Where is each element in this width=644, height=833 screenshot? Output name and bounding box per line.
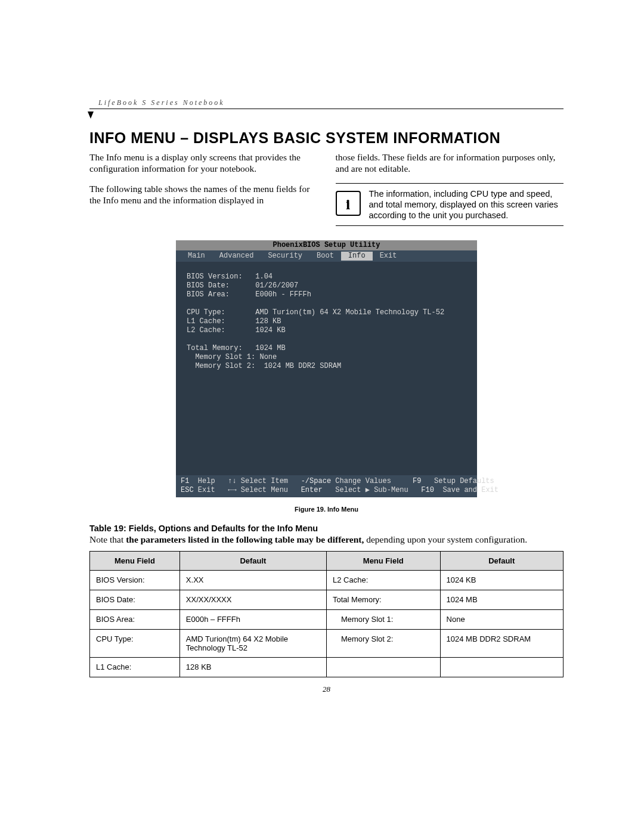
bios-label: BIOS Version: (187, 272, 243, 281)
bios-hint: Select ▶ Sub-Menu (335, 486, 408, 494)
note-text: The information, including CPU type and … (369, 188, 564, 221)
page-number: 28 (89, 685, 564, 694)
bios-key: F10 (421, 486, 434, 494)
th-menu-field-2: Menu Field (326, 552, 440, 571)
figure-caption: Figure 19. Info Menu (89, 506, 564, 513)
bios-key: ↑↓ (228, 477, 236, 485)
bios-tab-security: Security (261, 252, 309, 261)
note-rule-bottom (336, 225, 564, 226)
bios-key: ESC (181, 486, 194, 494)
bios-title: PhoenixBIOS Setup Utility (176, 240, 477, 250)
bios-value: E000h - FFFFh (255, 290, 311, 299)
cell-field: CPU Type: (90, 630, 180, 658)
table-note: Note that the parameters listed in the f… (89, 534, 564, 545)
bios-hint: Help (198, 477, 215, 485)
bios-value: 1024 MB (255, 344, 285, 352)
page-title: INFO MENU – DISPLAYS BASIC SYSTEM INFORM… (89, 129, 564, 147)
cell-default: 128 KB (179, 658, 326, 677)
bios-hint: Setup Defaults (434, 477, 494, 485)
bios-value: 01/26/2007 (255, 281, 298, 290)
bios-key: -/Space (301, 477, 331, 485)
bios-tab-advanced: Advanced (212, 252, 261, 261)
table-row: BIOS Date:XX/XX/XXXXTotal Memory:1024 MB (90, 590, 564, 610)
cell-default: X.XX (179, 571, 326, 590)
cell-field: Memory Slot 1: (326, 610, 440, 630)
cell-field: BIOS Area: (90, 610, 180, 630)
cell-default (440, 658, 563, 677)
cell-field: BIOS Date: (90, 590, 180, 610)
table-row: BIOS Version:X.XXL2 Cache:1024 KB (90, 571, 564, 590)
th-default-1: Default (179, 552, 326, 571)
bios-key: F1 (181, 477, 189, 485)
bios-label: Total Memory: (187, 344, 243, 352)
cell-default: 1024 MB (440, 590, 563, 610)
bios-value: 1.04 (255, 272, 273, 281)
bios-key: F9 (413, 477, 421, 485)
cell-default: 1024 KB (440, 571, 563, 590)
cell-default: AMD Turion(tm) 64 X2 Mobile Technology T… (179, 630, 326, 658)
cell-field (326, 658, 440, 677)
bios-label: Memory Slot 2: (195, 362, 255, 370)
bios-screenshot: PhoenixBIOS Setup Utility Main Advanced … (176, 240, 477, 497)
cell-default: XX/XX/XXXX (179, 590, 326, 610)
cell-field: BIOS Version: (90, 571, 180, 590)
th-default-2: Default (440, 552, 563, 571)
bios-label: Memory Slot 1: (195, 353, 255, 361)
bios-value: 128 KB (255, 317, 281, 326)
intro-para-3: those fields. These fields are for infor… (336, 151, 564, 175)
info-note-box: ● ı The information, including CPU type … (336, 183, 564, 226)
bios-tab-info: Info (341, 252, 373, 261)
bios-hint: Save and Exit (442, 486, 499, 494)
bios-value: None (259, 353, 277, 361)
intro-para-1: The Info menu is a display only screens … (89, 151, 318, 175)
cell-field: Total Memory: (326, 590, 440, 610)
bios-label: BIOS Area: (187, 290, 230, 299)
bios-key: ←→ (228, 486, 236, 494)
arrow-down-icon (88, 112, 94, 119)
defaults-table: Menu Field Default Menu Field Default BI… (89, 551, 564, 677)
bios-tabs: Main Advanced Security Boot Info Exit (176, 250, 477, 262)
cell-field: Memory Slot 2: (326, 630, 440, 658)
table-note-prefix: Note that (89, 534, 126, 544)
bios-tab-exit: Exit (373, 252, 404, 261)
info-icon: ● ı (336, 191, 361, 216)
cell-field: L2 Cache: (326, 571, 440, 590)
bios-label: L1 Cache: (187, 317, 225, 326)
intro-para-2: The following table shows the names of t… (89, 183, 318, 206)
bios-label: BIOS Date: (187, 281, 230, 290)
bios-body: BIOS Version: 1.04 BIOS Date: 01/26/2007… (176, 262, 477, 475)
bios-label: L2 Cache: (187, 326, 225, 335)
th-menu-field-1: Menu Field (90, 552, 180, 571)
cell-default: None (440, 610, 563, 630)
bios-hint: Change Values (335, 477, 391, 485)
bios-value: 1024 MB DDR2 SDRAM (264, 362, 342, 370)
bios-hint: Select Menu (241, 486, 288, 494)
table-row: CPU Type:AMD Turion(tm) 64 X2 Mobile Tec… (90, 630, 564, 658)
bios-footer: F1 Help ↑↓ Select Item -/Space Change Va… (176, 475, 477, 497)
header-rule (89, 109, 564, 109)
bios-hint: Select Item (241, 477, 288, 485)
cell-field: L1 Cache: (90, 658, 180, 677)
cell-default: 1024 MB DDR2 SDRAM (440, 630, 563, 658)
bios-label: CPU Type: (187, 308, 225, 317)
cell-default: E000h – FFFFh (179, 610, 326, 630)
bios-value: 1024 KB (255, 326, 285, 335)
table-caption: Table 19: Fields, Options and Defaults f… (89, 524, 564, 533)
note-rule-top (336, 183, 564, 184)
bios-tab-main: Main (181, 252, 212, 261)
bios-key: Enter (301, 486, 323, 494)
bios-hint: Exit (198, 486, 215, 494)
bios-value: AMD Turion(tm) 64 X2 Mobile Technology T… (255, 308, 444, 317)
table-note-bold: the parameters listed in the following t… (126, 534, 364, 544)
table-row: L1 Cache:128 KB (90, 658, 564, 677)
table-row: BIOS Area:E000h – FFFFhMemory Slot 1:Non… (90, 610, 564, 630)
running-header: LifeBook S Series Notebook (98, 98, 564, 107)
table-note-suffix: depending upon your system configuration… (364, 534, 527, 544)
bios-tab-boot: Boot (309, 252, 341, 261)
